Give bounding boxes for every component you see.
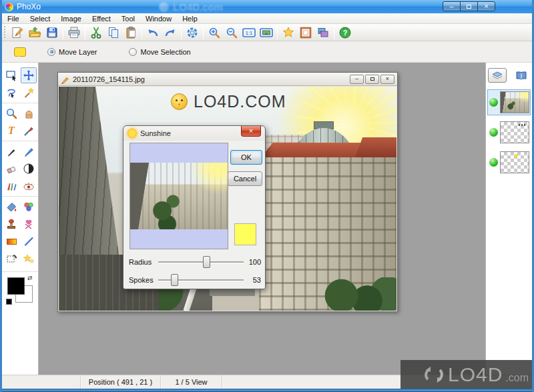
- save-button[interactable]: [43, 25, 61, 41]
- default-colors-icon[interactable]: [6, 299, 12, 305]
- star-clipart-icon: [282, 26, 295, 39]
- layer-visible-icon[interactable]: [489, 158, 498, 167]
- menu-tool[interactable]: Tool: [116, 14, 140, 23]
- undo-icon: [146, 26, 160, 39]
- batch-button[interactable]: [314, 25, 332, 41]
- radius-slider-thumb[interactable]: [203, 256, 210, 268]
- radius-slider[interactable]: [158, 255, 244, 269]
- clipart-button[interactable]: [280, 25, 297, 41]
- spokes-slider-thumb[interactable]: [171, 274, 178, 286]
- sunshine-dialog[interactable]: Sunshine × OK Cancel Radius 100 Spokes: [123, 125, 266, 289]
- frame-button[interactable]: [297, 25, 314, 41]
- title-bar[interactable]: PhoXo LO4D.com – ×: [0, 0, 534, 13]
- document-title: 20110726_154115.jpg: [73, 75, 145, 83]
- paste-button[interactable]: [122, 25, 140, 41]
- move-selection-radio[interactable]: Move Selection: [129, 48, 190, 56]
- minimize-button[interactable]: –: [443, 1, 461, 11]
- shapes-palette-tool[interactable]: [21, 199, 37, 215]
- shapes-palette-icon: [23, 201, 35, 213]
- text-tool[interactable]: T: [3, 123, 19, 139]
- cut-button[interactable]: [87, 25, 105, 41]
- menu-select[interactable]: Select: [25, 14, 56, 23]
- hand-tool[interactable]: [21, 105, 37, 121]
- toolbar-separator: [277, 26, 278, 39]
- star-shape-tool[interactable]: [21, 251, 37, 267]
- move-layer-radio[interactable]: Move Layer: [47, 48, 97, 56]
- help-button[interactable]: ?: [336, 25, 354, 41]
- layer-item-photo[interactable]: [487, 89, 531, 115]
- copy-button[interactable]: [105, 25, 122, 41]
- menu-file[interactable]: File: [2, 14, 25, 23]
- doc-minimize-button[interactable]: –: [350, 75, 364, 84]
- fit-window-button[interactable]: [258, 25, 275, 41]
- shape-cutter-tool[interactable]: [21, 216, 37, 232]
- paint-bucket-icon: [5, 201, 17, 213]
- menu-effect[interactable]: Effect: [87, 14, 116, 23]
- doc-close-button[interactable]: ×: [380, 75, 394, 84]
- ok-button[interactable]: OK: [230, 150, 262, 165]
- gradient-tool[interactable]: [3, 233, 19, 249]
- layer-visible-icon[interactable]: [489, 128, 498, 137]
- color-picker-tool[interactable]: [21, 123, 37, 139]
- fill-tool[interactable]: [3, 199, 19, 215]
- book-tab[interactable]: [512, 68, 531, 83]
- radius-value: 100: [244, 258, 261, 266]
- lo4d-emoji-icon: [171, 93, 188, 110]
- dialog-close-button[interactable]: ×: [241, 126, 261, 137]
- layer-item-emoji[interactable]: [487, 149, 531, 175]
- menu-window[interactable]: Window: [140, 14, 177, 23]
- line-tool[interactable]: [21, 233, 37, 249]
- magic-wand-tool[interactable]: [21, 85, 37, 101]
- colored-pencils-tool[interactable]: [3, 178, 19, 194]
- lo4d-logo-text: LO4D: [448, 363, 503, 386]
- main-toolbar: 1:1 ?: [2, 24, 532, 41]
- menu-image[interactable]: Image: [55, 14, 87, 23]
- maximize-button[interactable]: [460, 1, 478, 11]
- spokes-slider[interactable]: [158, 273, 244, 287]
- contrast-tool[interactable]: [21, 161, 37, 177]
- new-button[interactable]: [9, 25, 26, 41]
- layer-visible-icon[interactable]: [489, 98, 498, 107]
- rect-select-tool[interactable]: [3, 67, 19, 83]
- doc-restore-button[interactable]: [365, 75, 379, 84]
- open-button[interactable]: [26, 25, 43, 41]
- pen-tool[interactable]: [3, 143, 19, 159]
- undo-button[interactable]: [144, 25, 162, 41]
- transform-tool[interactable]: [3, 251, 19, 267]
- move-layer-label: Move Layer: [59, 48, 97, 56]
- spokes-slider-row: Spokes 53: [129, 273, 261, 287]
- move-tool[interactable]: [21, 67, 37, 83]
- photo-watermark-text: LO4D.COM: [194, 92, 286, 111]
- sun-color-swatch[interactable]: [234, 223, 256, 245]
- refresh-button[interactable]: [184, 25, 201, 41]
- zoom-in-button[interactable]: [206, 25, 223, 41]
- actual-size-icon: 1:1: [242, 26, 256, 39]
- toolbar-separator: [181, 26, 182, 39]
- redo-button[interactable]: [162, 25, 179, 41]
- zoom-out-button[interactable]: [223, 25, 240, 41]
- tool-group-select: [2, 65, 38, 103]
- layer-item-text[interactable]: [487, 119, 531, 145]
- document-title-bar[interactable]: 20110726_154115.jpg – ×: [58, 73, 397, 86]
- zoom-tool[interactable]: [3, 105, 19, 121]
- red-eye-tool[interactable]: [21, 178, 37, 194]
- close-button[interactable]: ×: [477, 1, 495, 11]
- menu-help[interactable]: Help: [177, 14, 203, 23]
- brush-icon: [23, 145, 35, 157]
- canvas-area[interactable]: 20110726_154115.jpg – ×: [39, 63, 485, 375]
- cut-icon: [89, 26, 103, 39]
- swap-colors-icon[interactable]: ⇄: [27, 275, 33, 281]
- phoxo-app-icon: [5, 3, 13, 11]
- emoji-layer-mark: [515, 154, 518, 157]
- brush-tool[interactable]: [21, 143, 37, 159]
- window-bottom-border: [0, 389, 534, 392]
- layer-thumbnail-photo: [500, 91, 529, 113]
- foreground-color-swatch[interactable]: [7, 277, 25, 295]
- actual-size-button[interactable]: 1:1: [240, 25, 258, 41]
- print-button[interactable]: [65, 25, 83, 41]
- lasso-tool[interactable]: [3, 85, 19, 101]
- cancel-button[interactable]: Cancel: [228, 171, 262, 186]
- stamp-tool[interactable]: [3, 216, 19, 232]
- eraser-tool[interactable]: [3, 161, 19, 177]
- layers-tab[interactable]: [488, 68, 507, 83]
